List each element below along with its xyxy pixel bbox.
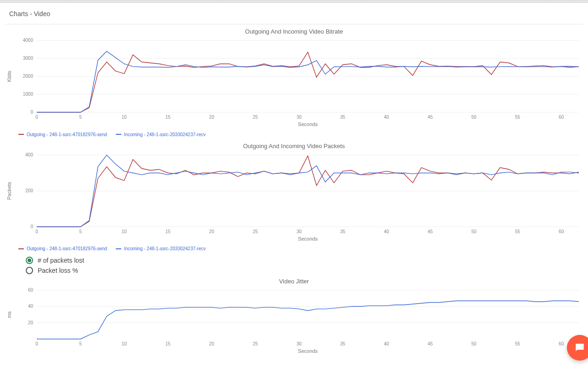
svg-text:15: 15 [165, 115, 171, 120]
svg-text:55: 55 [515, 341, 520, 346]
svg-text:30: 30 [296, 341, 302, 346]
legend-incoming-label-2: Incoming - 248-1-ssrc-2033024237-recv [124, 246, 206, 251]
svg-text:60: 60 [559, 229, 564, 234]
legend-outgoing-label: Outgoing - 248-1-ssrc-470182976-send [27, 132, 107, 137]
svg-text:4000: 4000 [23, 38, 34, 43]
chart-packets-svg[interactable]: 0200400051015202530354045505560SecondsPa… [5, 150, 583, 242]
chart-bitrate-svg[interactable]: 0100020003000400005101520253035404550556… [5, 36, 583, 128]
svg-text:40: 40 [384, 229, 390, 234]
svg-text:50: 50 [471, 115, 477, 120]
radio-packet-loss-pct-label: Packet loss % [38, 267, 78, 274]
svg-text:5: 5 [79, 341, 82, 346]
svg-text:55: 55 [515, 229, 520, 234]
svg-text:30: 30 [296, 115, 302, 120]
svg-text:60: 60 [28, 288, 34, 293]
legend-outgoing-label-2: Outgoing - 248-1-ssrc-470182976-send [27, 246, 107, 251]
svg-text:50: 50 [471, 229, 477, 234]
svg-text:15: 15 [165, 229, 171, 234]
chart-packets-legend: Outgoing - 248-1-ssrc-470182976-send Inc… [5, 242, 583, 253]
panel-title: Charts - Video [5, 3, 583, 24]
svg-text:60: 60 [559, 115, 564, 120]
svg-text:10: 10 [122, 341, 127, 346]
svg-text:25: 25 [253, 229, 258, 234]
svg-text:3000: 3000 [23, 56, 34, 61]
svg-text:30: 30 [296, 229, 302, 234]
svg-text:20: 20 [209, 229, 215, 234]
legend-incoming-2[interactable]: Incoming - 248-1-ssrc-2033024237-recv [116, 246, 206, 251]
svg-text:ms: ms [6, 311, 12, 318]
chart-packets-title: Outgoing And Incoming Video Packets [5, 143, 583, 150]
svg-text:20: 20 [209, 115, 215, 120]
svg-text:40: 40 [384, 341, 390, 346]
svg-text:25: 25 [253, 341, 258, 346]
chart-jitter: Video Jitter 204060051015202530354045505… [5, 278, 583, 355]
svg-text:35: 35 [340, 229, 346, 234]
svg-text:35: 35 [340, 115, 346, 120]
svg-text:0: 0 [30, 109, 33, 115]
svg-text:Seconds: Seconds [298, 236, 318, 242]
radio-icon [26, 257, 33, 264]
svg-text:20: 20 [209, 341, 215, 346]
svg-text:45: 45 [428, 115, 433, 120]
legend-swatch-incoming-2 [116, 248, 121, 249]
svg-text:Seconds: Seconds [298, 121, 318, 127]
svg-text:0: 0 [35, 115, 38, 120]
svg-text:25: 25 [253, 115, 258, 120]
chart-bitrate-title: Outgoing And Incoming Video Bitrate [5, 28, 583, 35]
svg-text:0: 0 [35, 341, 38, 346]
svg-text:2000: 2000 [23, 74, 34, 79]
chart-jitter-title: Video Jitter [5, 278, 583, 285]
svg-text:Seconds: Seconds [298, 348, 318, 354]
svg-text:Kbits: Kbits [6, 70, 12, 82]
chat-icon [574, 342, 586, 354]
svg-text:5: 5 [79, 115, 82, 120]
svg-text:45: 45 [428, 229, 433, 234]
svg-text:55: 55 [515, 115, 520, 120]
svg-text:35: 35 [340, 341, 346, 346]
content-area: Charts - Video Outgoing And Incoming Vid… [0, 3, 588, 368]
svg-text:0: 0 [30, 224, 33, 229]
svg-text:40: 40 [384, 115, 390, 120]
svg-text:60: 60 [559, 341, 564, 346]
radio-packet-loss-pct[interactable]: Packet loss % [26, 267, 583, 274]
legend-swatch-outgoing-2 [18, 248, 24, 249]
chart-bitrate-legend: Outgoing - 248-1-ssrc-470182976-send Inc… [5, 128, 583, 139]
svg-text:10: 10 [122, 115, 127, 120]
svg-text:1000: 1000 [23, 92, 34, 97]
legend-swatch-incoming [116, 134, 121, 135]
legend-outgoing[interactable]: Outgoing - 248-1-ssrc-470182976-send [18, 132, 107, 137]
radio-packets-lost[interactable]: # of packets lost [26, 257, 583, 264]
svg-text:40: 40 [28, 304, 34, 309]
radio-packets-lost-label: # of packets lost [38, 257, 84, 264]
svg-text:5: 5 [79, 229, 82, 234]
legend-outgoing-2[interactable]: Outgoing - 248-1-ssrc-470182976-send [18, 246, 107, 251]
chart-bitrate: Outgoing And Incoming Video Bitrate 0100… [5, 28, 583, 139]
svg-text:10: 10 [122, 229, 127, 234]
svg-text:15: 15 [165, 341, 171, 346]
radio-icon [26, 267, 33, 274]
packet-loss-radio-group: # of packets lost Packet loss % [5, 253, 583, 274]
chart-packets: Outgoing And Incoming Video Packets 0200… [5, 143, 583, 253]
legend-incoming-label: Incoming - 248-1-ssrc-2033024237-recv [124, 132, 206, 137]
chart-jitter-svg[interactable]: 204060051015202530354045505560Secondsms [5, 286, 583, 355]
svg-text:0: 0 [35, 229, 38, 234]
legend-incoming[interactable]: Incoming - 248-1-ssrc-2033024237-recv [116, 132, 206, 137]
svg-text:Packets: Packets [6, 181, 12, 200]
svg-text:400: 400 [25, 152, 33, 157]
svg-text:45: 45 [428, 341, 433, 346]
svg-text:20: 20 [28, 320, 34, 325]
svg-text:200: 200 [25, 188, 33, 193]
svg-text:50: 50 [471, 341, 477, 346]
legend-swatch-outgoing [18, 134, 24, 135]
